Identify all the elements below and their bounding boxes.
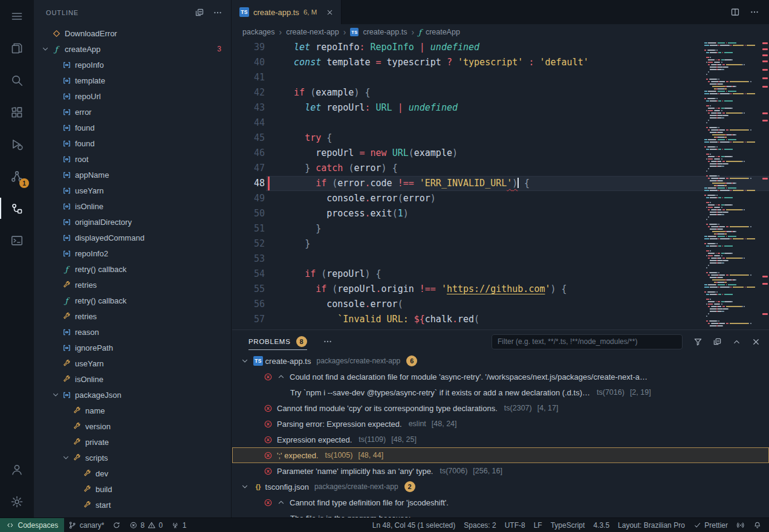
outline-item[interactable]: found	[34, 135, 231, 151]
code-editor[interactable]: 39 let repoInfo: RepoInfo | undefined 40…	[232, 40, 769, 329]
more-actions-icon[interactable]	[213, 8, 222, 18]
more-actions-icon[interactable]	[750, 7, 759, 17]
remote-indicator[interactable]: Codespaces	[0, 518, 64, 532]
split-editor-icon[interactable]	[730, 7, 740, 17]
outline-item[interactable]: DownloadError	[34, 25, 231, 41]
code-line[interactable]: 43 let repoUrl: URL | undefined	[232, 100, 702, 115]
outline-item[interactable]: build	[34, 481, 231, 497]
code-line[interactable]: 55 if (repoUrl.origin !== 'https://githu…	[232, 282, 702, 297]
outline-item[interactable]: ƒ retry() callback	[34, 293, 231, 308]
outline-item[interactable]: repoInfo	[34, 57, 231, 73]
problem-row[interactable]: Cannot find type definition file for 'js…	[232, 495, 769, 510]
code-line[interactable]: 39 let repoInfo: RepoInfo | undefined	[232, 40, 702, 55]
line-number[interactable]: 57	[232, 312, 265, 327]
tab-problems[interactable]: PROBLEMS 8	[248, 330, 307, 353]
line-number[interactable]: 48	[232, 176, 265, 191]
outline-item[interactable]: ƒ createApp 3	[34, 41, 231, 57]
outline-item[interactable]: error	[34, 104, 231, 120]
line-number[interactable]: 41	[232, 70, 265, 85]
code-line[interactable]: 49 console.error(error)	[232, 191, 702, 206]
line-number[interactable]: 40	[232, 55, 265, 70]
outline-item[interactable]: name	[34, 403, 231, 418]
outline-item[interactable]: template	[34, 73, 231, 88]
outline-item[interactable]: private	[34, 434, 231, 450]
line-number[interactable]: 39	[232, 40, 265, 55]
outline-item[interactable]: root	[34, 151, 231, 167]
problem-row[interactable]: Could not find a declaration file for mo…	[232, 369, 769, 384]
line-number[interactable]: 58	[232, 327, 265, 329]
outline-item[interactable]: appName	[34, 167, 231, 183]
extensions-button[interactable]	[0, 96, 34, 128]
problems-filter-input[interactable]: Filter (e.g. text, **/*.ts, !**/node_mod…	[492, 334, 683, 349]
run-debug-button[interactable]	[0, 128, 34, 160]
outline-item[interactable]: dev	[34, 465, 231, 481]
outline-item[interactable]: isOnline	[34, 371, 231, 387]
line-number[interactable]: 56	[232, 297, 265, 312]
eol[interactable]: LF	[530, 518, 547, 532]
problems-indicator[interactable]: 8 0	[125, 518, 167, 532]
outline-item[interactable]: repoUrl	[34, 88, 231, 104]
outline-item[interactable]: version	[34, 418, 231, 434]
outline-item[interactable]: repoInfo2	[34, 245, 231, 261]
problem-row[interactable]: Expression expected.ts(1109)[48, 25]	[232, 432, 769, 447]
code-line[interactable]: 53	[232, 251, 702, 267]
line-number[interactable]: 51	[232, 221, 265, 236]
code-line[interactable]: 40 const template = typescript ? 'typesc…	[232, 55, 702, 70]
breadcrumb-item[interactable]: create-next-app	[286, 28, 339, 36]
line-number[interactable]: 54	[232, 267, 265, 282]
close-icon[interactable]	[751, 337, 761, 346]
problems-file-group[interactable]: TS create-app.ts packages/create-next-ap…	[232, 353, 769, 369]
code-line[interactable]: 42 if (example) {	[232, 85, 702, 100]
line-number[interactable]: 52	[232, 236, 265, 251]
problem-row[interactable]: Try `npm i --save-dev @types/async-retry…	[232, 384, 769, 400]
code-line[interactable]: 58 `"${example}"`	[232, 327, 702, 329]
ts-version[interactable]: 4.3.5	[589, 518, 614, 532]
problem-row[interactable]: The file is in the program because:	[232, 510, 769, 517]
outline-item[interactable]: scripts	[34, 450, 231, 465]
menu-button[interactable]	[0, 0, 34, 32]
line-number[interactable]: 53	[232, 251, 265, 267]
source-control-button[interactable]: 1	[0, 160, 34, 192]
outline-item[interactable]: isOnline	[34, 198, 231, 214]
line-number[interactable]: 44	[232, 115, 265, 131]
code-line[interactable]: 50 process.exit(1)	[232, 206, 702, 221]
outline-item[interactable]: packageJson	[34, 387, 231, 403]
breadcrumb-item[interactable]: createApp	[426, 28, 460, 36]
outline-item[interactable]: displayedCommand	[34, 230, 231, 245]
code-line[interactable]: 54 if (repoUrl) {	[232, 267, 702, 282]
code-line[interactable]: 46 repoUrl = new URL(example)	[232, 146, 702, 161]
encoding[interactable]: UTF-8	[501, 518, 530, 532]
language-mode[interactable]: TypeScript	[547, 518, 589, 532]
line-number[interactable]: 45	[232, 131, 265, 146]
line-number[interactable]: 49	[232, 191, 265, 206]
line-number[interactable]: 47	[232, 161, 265, 176]
collapse-all-icon[interactable]	[195, 8, 204, 18]
code-line[interactable]: 48 if (error.code !== 'ERR_INVALID_URL')…	[232, 176, 702, 191]
code-line[interactable]: 52 }	[232, 236, 702, 251]
outline-item[interactable]: originalDirectory	[34, 214, 231, 230]
code-line[interactable]: 45 try {	[232, 131, 702, 146]
search-button[interactable]	[0, 64, 34, 96]
layout-indicator[interactable]: Layout: Brazilian Pro	[614, 518, 689, 532]
panel-button[interactable]	[0, 224, 34, 256]
screencast-button[interactable]	[732, 518, 749, 532]
remote-explorer-button[interactable]	[0, 192, 34, 224]
sync-button[interactable]	[108, 518, 125, 532]
problems-file-group[interactable]: {} tsconfig.json packages/create-next-ap…	[232, 479, 769, 495]
problem-row[interactable]: Parsing error: Expression expected.eslin…	[232, 416, 769, 432]
line-number[interactable]: 43	[232, 100, 265, 115]
problem-row[interactable]: ';' expected.ts(1005)[48, 44]	[232, 447, 769, 463]
breadcrumb-item[interactable]: packages	[242, 28, 275, 36]
ports-indicator[interactable]: 1	[167, 518, 190, 532]
outline-item[interactable]: ignorePath	[34, 340, 231, 355]
collapse-all-icon[interactable]	[713, 337, 722, 346]
formatter-indicator[interactable]: Prettier	[689, 518, 732, 532]
code-line[interactable]: 56 console.error(	[232, 297, 702, 312]
account-button[interactable]	[0, 453, 34, 485]
breadcrumb-item[interactable]: create-app.ts	[363, 28, 407, 36]
outline-item[interactable]: retries	[34, 277, 231, 293]
filter-icon[interactable]	[693, 337, 702, 346]
editor-tab[interactable]: TS create-app.ts 6, M	[232, 0, 342, 24]
problem-row[interactable]: Parameter 'name' implicitly has an 'any'…	[232, 463, 769, 479]
problem-row[interactable]: Cannot find module 'cpy' or its correspo…	[232, 400, 769, 416]
